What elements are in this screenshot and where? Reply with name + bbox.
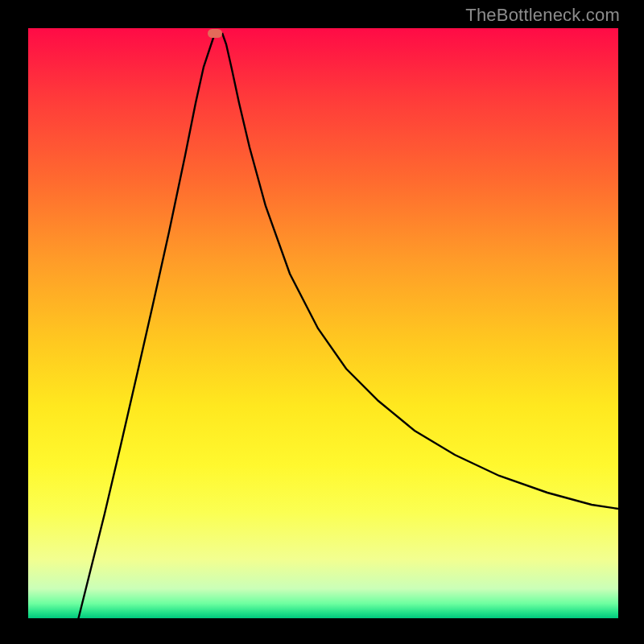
bottleneck-curve xyxy=(28,28,618,618)
optimum-marker xyxy=(208,29,222,38)
plot-area xyxy=(28,28,618,618)
chart-frame: TheBottleneck.com xyxy=(0,0,644,644)
watermark-text: TheBottleneck.com xyxy=(465,5,620,26)
